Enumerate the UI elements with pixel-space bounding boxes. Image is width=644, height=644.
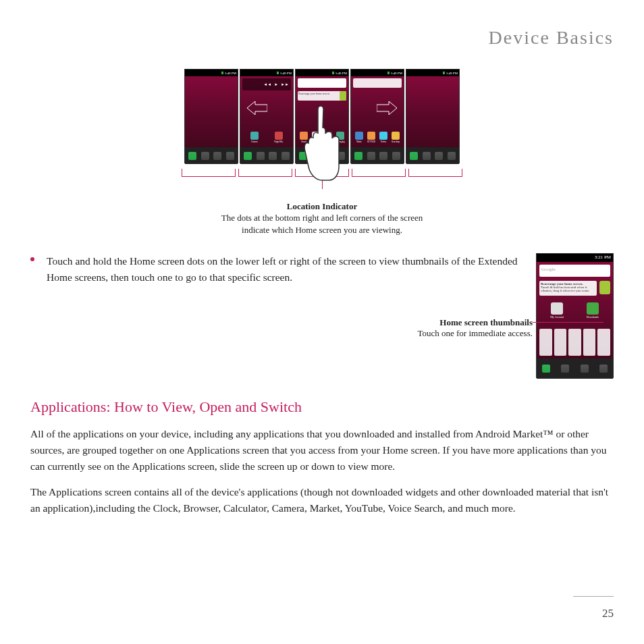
app-icon: Music [354,132,364,144]
callout-desc: The dots at the bottom right and left co… [30,212,614,224]
thumbnail-mini [583,329,596,356]
status-bar: 1:49 PM [406,70,459,76]
thumbnail-mini [597,329,610,356]
tip-widget: Rearrange your home screen. Touch & hold… [539,281,597,296]
status-bar: 1:49 PM [296,70,348,76]
arrow-right-icon [377,101,397,115]
phone-icon [542,365,550,373]
thumbnail-mini [539,329,552,356]
hand-pointing-icon [302,103,342,184]
app-icon: SCVNGR [367,132,376,144]
thumbnail-mini [554,329,567,356]
body-paragraph: All of the applications on your device, … [30,426,614,475]
bullet-text: Touch and hold the Home screen dots on t… [30,253,522,285]
dock [537,358,613,379]
section-heading: Applications: How to View, Open and Swit… [30,398,614,416]
app-icon: Virgin Mo.. [274,132,284,144]
next-icon: ►► [281,82,289,86]
play-icon: ► [274,82,278,86]
apps-grid-icon [561,365,569,373]
page-rule [573,596,614,597]
callout-title: Home screen thumbnails [417,317,533,328]
android-icon [340,91,346,101]
status-bar: 1:49 PM [351,70,404,76]
dock-icon [599,365,608,373]
page-chapter-title: Device Basics [30,27,614,49]
phone-screens-row: 1:49 PM 1:49 PM ◄◄ ► ►► Camera Virgin Mo… [30,69,614,163]
dock-icon [213,152,221,160]
body-paragraph: The Applications screen contains all of … [30,484,614,516]
status-bar: 1:49 PM [240,70,293,76]
status-bar: 3:21 PM [537,254,613,262]
music-widget: ◄◄ ► ►► [242,78,291,90]
phone-icon [188,152,196,160]
callout-line [533,322,603,323]
search-widget [298,78,346,88]
dock-icon [581,365,589,373]
phone-screen-4: 1:49 PM Music SCVNGR Twitter Scoreloop [350,69,404,163]
thumbnail-mini [568,329,581,356]
app-icon: My Account [549,302,564,320]
dock [185,147,238,164]
app-icon: Downloads [585,302,600,320]
dock-icon [226,152,234,160]
arrow-left-icon [247,101,267,115]
app-icon: Twitter [379,132,388,144]
tip-widget [353,78,402,88]
search-widget: Google [539,265,610,277]
prev-icon: ◄◄ [263,82,271,86]
callout-desc: indicate which Home screen you are viewi… [30,224,614,236]
app-icon: Camera [250,132,259,144]
bullet-with-thumbnail: Touch and hold the Home screen dots on t… [30,253,614,378]
apps-grid-icon [201,152,209,160]
callout-title: Location Indicator [30,201,614,212]
phone-screen-5: 1:49 PM [406,69,460,163]
home-screen-thumbnails [539,329,610,356]
callout-desc: Touch one for immediate access. [417,328,533,339]
phone-screen-2: 1:49 PM ◄◄ ► ►► Camera Virgin Mo.. [240,69,294,163]
location-indicator-callout: Location Indicator The dots at the botto… [30,201,614,236]
android-icon [599,281,610,294]
page-number: 25 [602,607,614,620]
app-icon: Scoreloop [391,132,400,144]
status-bar: 1:49 PM [185,70,238,76]
phone-screen-1: 1:49 PM [184,69,238,163]
thumbnail-phone-screen: 3:21 PM Google Rearrange your home scree… [536,253,614,378]
thumbnail-callout: Home screen thumbnails Touch one for imm… [417,317,533,339]
